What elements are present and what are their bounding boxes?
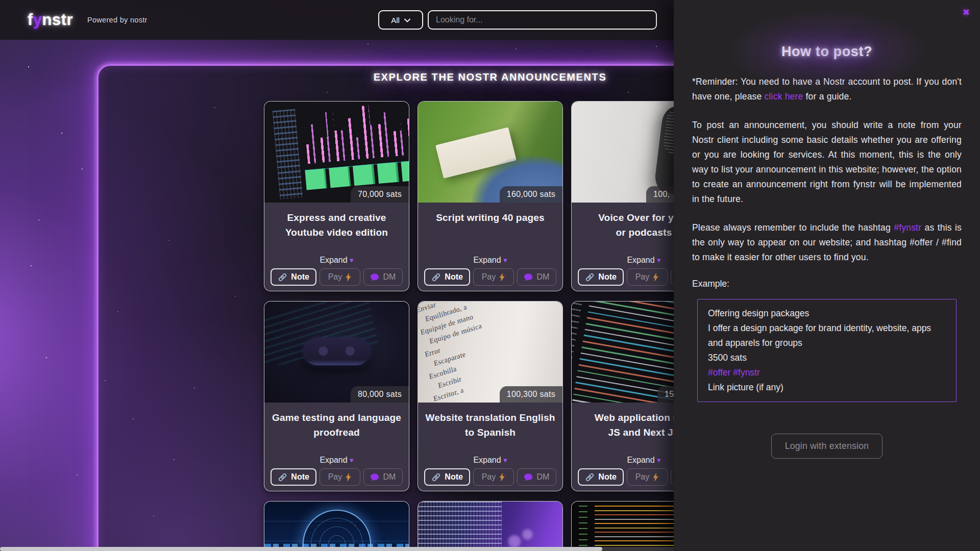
- close-icon[interactable]: ✖: [963, 8, 970, 17]
- pay-label: Pay: [328, 272, 342, 282]
- card-actions: Note Pay DM: [264, 468, 409, 491]
- chat-bubble-icon: [524, 473, 533, 482]
- scrollbar-thumb[interactable]: [0, 547, 602, 551]
- announcement-image: [264, 502, 409, 551]
- dm-button[interactable]: DM: [517, 468, 556, 486]
- example-line: I offer a design package for brand ident…: [708, 321, 946, 350]
- pay-button[interactable]: Pay: [627, 268, 667, 286]
- announcement-card: EnviarEquilibrado, aEquipaje de manoEqui…: [418, 301, 563, 491]
- search-input[interactable]: [428, 10, 657, 30]
- chat-bubble-icon: [524, 273, 533, 282]
- example-box: Offering design packages I offer a desig…: [697, 299, 957, 402]
- lightning-bolt-icon: [499, 273, 505, 282]
- example-label: Example:: [692, 279, 962, 289]
- note-button[interactable]: Note: [578, 468, 624, 486]
- lightning-bolt-icon: [499, 473, 505, 482]
- announcement-title: Game testing and language proofread: [264, 410, 409, 440]
- example-line: Link picture (if any): [708, 380, 946, 395]
- photo-decoration: [418, 502, 562, 551]
- link-icon: [431, 472, 441, 482]
- announcement-card: Expand ▾ Note Pay DM: [264, 501, 409, 551]
- photo-decoration: [264, 502, 409, 551]
- category-select[interactable]: All: [378, 10, 423, 30]
- announcement-card: 70,000 sats Express and creative Youtube…: [264, 101, 409, 291]
- dm-button[interactable]: DM: [363, 468, 403, 486]
- note-button[interactable]: Note: [271, 468, 316, 486]
- expand-toggle[interactable]: Expand ▾: [264, 456, 409, 468]
- pay-label: Pay: [328, 472, 342, 482]
- expand-label: Expand: [473, 256, 501, 264]
- dm-button[interactable]: DM: [363, 268, 403, 286]
- pay-button[interactable]: Pay: [320, 268, 360, 286]
- pay-button[interactable]: Pay: [320, 468, 360, 486]
- horizontal-scrollbar[interactable]: [0, 547, 674, 551]
- price-badge: 100,300 sats: [500, 386, 562, 403]
- expand-toggle[interactable]: Expand ▾: [418, 256, 562, 268]
- lightning-bolt-icon: [653, 473, 659, 482]
- link-icon: [585, 272, 595, 282]
- chat-bubble-icon: [370, 473, 379, 482]
- announcement-image: EnviarEquilibrado, aEquipaje de manoEqui…: [418, 302, 562, 403]
- link-icon: [278, 472, 287, 482]
- fynstr-logo[interactable]: fynstr: [28, 11, 73, 29]
- expand-label: Expand: [320, 256, 347, 264]
- announcement-image: 70,000 sats: [264, 102, 409, 203]
- note-label: Note: [598, 472, 617, 482]
- note-button[interactable]: Note: [578, 268, 624, 286]
- price-text: 100,: [653, 190, 670, 198]
- card-actions: Note Pay DM: [418, 468, 562, 491]
- expand-toggle[interactable]: Expand ▾: [264, 256, 409, 268]
- pay-button[interactable]: Pay: [473, 468, 513, 486]
- price-text: 70,000 sats: [358, 190, 402, 198]
- pay-label: Pay: [635, 272, 650, 282]
- price-text: 80,000 sats: [358, 390, 402, 398]
- note-label: Note: [291, 472, 309, 482]
- note-button[interactable]: Note: [271, 268, 316, 286]
- card-actions: Note Pay DM: [418, 268, 562, 291]
- card-actions: Note Pay DM: [264, 268, 409, 291]
- pay-button[interactable]: Pay: [627, 468, 667, 486]
- note-label: Note: [598, 272, 617, 282]
- powered-by-tagline: Powered by nostr: [87, 16, 148, 24]
- pay-label: Pay: [482, 272, 496, 282]
- fynstr-hashtag-link[interactable]: #fynstr: [894, 222, 921, 233]
- announcement-card: 80,000 sats Game testing and language pr…: [264, 301, 409, 491]
- announcement-card: 160,000 sats Script writing 40 pages Exp…: [418, 101, 563, 291]
- link-icon: [431, 272, 441, 282]
- announcement-card: Expand ▾ Note Pay DM: [418, 501, 563, 551]
- example-line: 3500 sats: [708, 350, 946, 365]
- chat-bubble-icon: [370, 273, 379, 282]
- lightning-bolt-icon: [346, 273, 352, 282]
- panel-title: How to post?: [692, 44, 962, 60]
- dm-label: DM: [383, 272, 396, 282]
- dm-label: DM: [536, 272, 549, 282]
- note-button[interactable]: Note: [424, 268, 470, 286]
- chevron-down-icon: ▾: [350, 256, 354, 264]
- price-text: 160,000 sats: [507, 190, 555, 198]
- lightning-bolt-icon: [346, 473, 352, 482]
- expand-label: Expand: [473, 456, 501, 464]
- chevron-down-icon: ▾: [503, 256, 507, 264]
- note-button[interactable]: Note: [424, 468, 470, 486]
- pay-label: Pay: [482, 472, 496, 482]
- login-with-extension-button[interactable]: Login with extension: [771, 434, 883, 459]
- category-select-value: All: [391, 16, 400, 24]
- lightning-bolt-icon: [653, 273, 659, 282]
- announcement-title: Express and creative Youtube video editi…: [264, 210, 409, 240]
- dm-label: DM: [536, 472, 549, 482]
- announcement-title: Website translation English to Spanish: [418, 410, 562, 440]
- price-badge: 70,000 sats: [351, 186, 409, 203]
- dm-button[interactable]: DM: [517, 268, 556, 286]
- announcement-image: 160,000 sats: [418, 102, 562, 203]
- chevron-down-icon: ▾: [657, 456, 661, 464]
- click-here-link[interactable]: click here: [765, 91, 803, 102]
- reminder-paragraph: *Reminder: You need to have a Nostr acco…: [692, 74, 962, 104]
- pay-button[interactable]: Pay: [473, 268, 513, 286]
- note-label: Note: [445, 472, 463, 482]
- expand-toggle[interactable]: Expand ▾: [418, 456, 562, 468]
- chevron-down-icon: ▾: [503, 456, 507, 464]
- hashtag-paragraph: Please always remember to include the ha…: [692, 220, 962, 265]
- price-badge: 80,000 sats: [351, 386, 409, 403]
- chevron-down-icon: ▾: [657, 256, 661, 264]
- announcements-grid: 70,000 sats Express and creative Youtube…: [264, 101, 716, 551]
